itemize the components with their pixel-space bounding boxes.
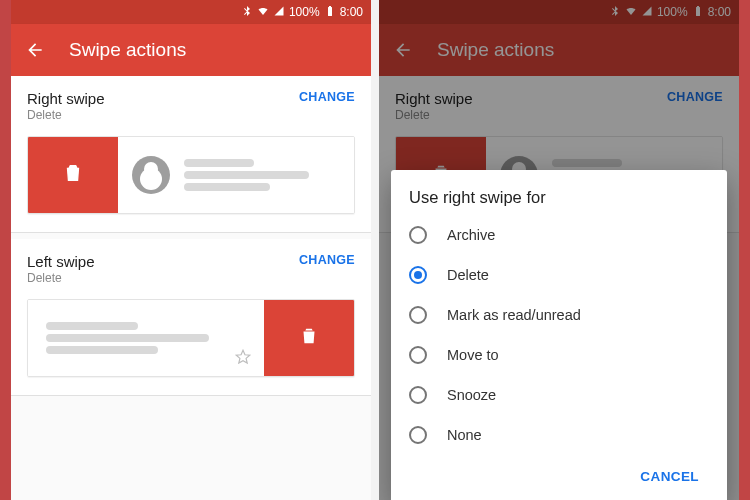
dialog-title: Use right swipe for — [409, 188, 719, 207]
placeholder-line — [46, 334, 209, 342]
swipe-action-block — [28, 137, 118, 213]
swipe-option[interactable]: Archive — [409, 215, 719, 255]
message-preview — [28, 300, 264, 376]
right-swipe-preview — [27, 136, 355, 214]
swipe-option[interactable]: Mark as read/unread — [409, 295, 719, 335]
option-label: Move to — [447, 347, 499, 363]
phone-left: 100% 8:00 Swipe actions Right swipe Dele… — [11, 0, 371, 500]
radio-icon — [409, 386, 427, 404]
page-title: Swipe actions — [69, 39, 186, 61]
radio-icon — [409, 266, 427, 284]
battery-icon — [324, 5, 336, 20]
swipe-option[interactable]: Move to — [409, 335, 719, 375]
section-left-swipe: Left swipe Delete CHANGE — [11, 239, 371, 396]
placeholder-line — [46, 322, 138, 330]
swipe-options-dialog: Use right swipe for ArchiveDeleteMark as… — [391, 170, 727, 500]
avatar-icon — [132, 156, 170, 194]
message-preview — [118, 137, 354, 213]
swipe-action-block — [264, 300, 354, 376]
section-right-swipe: Right swipe Delete CHANGE — [11, 76, 371, 233]
option-label: Snooze — [447, 387, 496, 403]
placeholder-line — [184, 183, 270, 191]
radio-icon — [409, 306, 427, 324]
left-swipe-change-button[interactable]: CHANGE — [299, 253, 355, 267]
radio-icon — [409, 426, 427, 444]
screenshot-stage: 100% 8:00 Swipe actions Right swipe Dele… — [0, 0, 750, 500]
radio-icon — [409, 346, 427, 364]
option-label: Delete — [447, 267, 489, 283]
left-swipe-preview — [27, 299, 355, 377]
swipe-option[interactable]: None — [409, 415, 719, 455]
placeholder-line — [184, 171, 309, 179]
phone-right: 100% 8:00 Swipe actions Right swipe Dele… — [379, 0, 739, 500]
option-label: Mark as read/unread — [447, 307, 581, 323]
radio-icon — [409, 226, 427, 244]
trash-icon — [62, 162, 84, 188]
swipe-option[interactable]: Snooze — [409, 375, 719, 415]
trash-icon — [298, 325, 320, 351]
right-swipe-change-button[interactable]: CHANGE — [299, 90, 355, 104]
battery-pct: 100% — [289, 5, 320, 19]
left-swipe-value: Delete — [27, 271, 299, 285]
right-swipe-value: Delete — [27, 108, 299, 122]
swipe-option[interactable]: Delete — [409, 255, 719, 295]
option-label: None — [447, 427, 482, 443]
signal-icon — [273, 5, 285, 20]
right-swipe-title: Right swipe — [27, 90, 299, 107]
option-label: Archive — [447, 227, 495, 243]
placeholder-line — [184, 159, 254, 167]
placeholder-line — [46, 346, 158, 354]
back-icon[interactable] — [25, 40, 45, 60]
status-bar: 100% 8:00 — [11, 0, 371, 24]
star-icon — [234, 348, 252, 366]
left-swipe-title: Left swipe — [27, 253, 299, 270]
clock: 8:00 — [340, 5, 363, 19]
app-bar: Swipe actions — [11, 24, 371, 76]
wifi-icon — [257, 5, 269, 20]
cancel-button[interactable]: CANCEL — [630, 461, 709, 492]
bluetooth-icon — [241, 5, 253, 20]
